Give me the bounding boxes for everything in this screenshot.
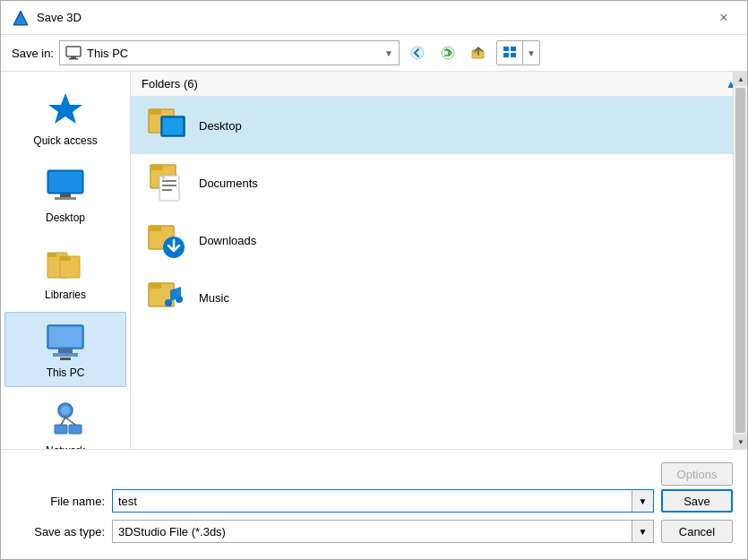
svg-line-32 <box>65 418 75 425</box>
svg-rect-48 <box>149 283 161 289</box>
title-bar: Save 3D × <box>1 1 747 35</box>
svg-rect-24 <box>58 349 73 353</box>
location-arrow-icon: ▼ <box>384 48 393 58</box>
title-left: Save 3D <box>12 9 82 27</box>
svg-marker-13 <box>48 93 82 124</box>
scrollbar-thumb[interactable] <box>735 88 745 433</box>
scrollbar-down-arrow[interactable]: ▼ <box>734 435 747 449</box>
file-name-label: File name: <box>15 495 105 508</box>
file-name-music: Music <box>199 291 229 305</box>
sidebar-quick-access-label: Quick access <box>33 134 97 147</box>
view-dropdown-arrow[interactable]: ▼ <box>522 41 539 65</box>
svg-rect-30 <box>69 425 82 434</box>
sidebar-item-quick-access[interactable]: Quick access <box>4 81 126 154</box>
svg-rect-11 <box>503 53 509 57</box>
svg-rect-34 <box>149 109 161 115</box>
back-icon <box>410 46 425 60</box>
svg-rect-38 <box>150 165 163 170</box>
view-mode-button[interactable] <box>497 41 522 65</box>
svg-rect-23 <box>49 327 82 347</box>
svg-rect-21 <box>60 256 71 261</box>
back-button[interactable] <box>405 40 430 65</box>
content-area: Folders (6) ▲ Desktop <box>131 72 747 449</box>
file-icon-documents <box>145 161 188 204</box>
svg-rect-10 <box>511 47 516 51</box>
svg-rect-17 <box>55 197 76 200</box>
save-in-label: Save in: <box>12 47 54 60</box>
file-item-downloads[interactable]: Downloads <box>131 211 747 269</box>
folders-label: Folders (6) <box>142 77 198 90</box>
save-dialog: Save 3D × Save in: This PC ▼ <box>0 0 748 560</box>
file-icon-downloads <box>145 219 188 262</box>
close-button[interactable]: × <box>711 5 736 30</box>
file-name-row: File name: ▼ Save <box>15 489 733 513</box>
file-item-music[interactable]: Music <box>131 269 747 326</box>
up-folder-icon <box>471 46 486 60</box>
location-text: This PC <box>87 47 128 60</box>
svg-rect-29 <box>55 425 67 434</box>
cancel-button[interactable]: Cancel <box>661 520 733 543</box>
sidebar-item-desktop[interactable]: Desktop <box>4 158 126 231</box>
file-name-input[interactable] <box>113 493 632 510</box>
save-type-value: 3DStudio File (*.3ds) <box>113 523 632 540</box>
file-item-desktop[interactable]: Desktop <box>131 97 747 154</box>
file-name-downloads: Downloads <box>199 234 256 247</box>
sidebar-desktop-label: Desktop <box>46 211 85 224</box>
svg-rect-9 <box>503 47 509 51</box>
svg-rect-19 <box>47 253 56 257</box>
svg-rect-45 <box>149 226 161 231</box>
svg-rect-25 <box>53 353 78 357</box>
bottom-area: Options File name: ▼ Save Save as type: … <box>1 449 747 559</box>
svg-point-5 <box>411 47 424 59</box>
sidebar-item-libraries[interactable]: Libraries <box>4 235 126 308</box>
libraries-icon <box>44 242 87 285</box>
svg-rect-16 <box>60 194 71 197</box>
sidebar-this-pc-label: This PC <box>47 366 85 379</box>
svg-point-50 <box>176 296 183 303</box>
file-name-input-wrapper: ▼ <box>112 489 654 513</box>
sidebar-libraries-label: Libraries <box>45 289 86 301</box>
up-folder-button[interactable] <box>466 40 491 65</box>
view-grid-icon <box>503 46 517 58</box>
scrollbar-up-arrow[interactable]: ▲ <box>734 72 747 86</box>
main-area: Quick access Desktop <box>1 72 747 449</box>
save-type-dropdown-btn[interactable]: ▼ <box>632 521 653 542</box>
svg-rect-39 <box>159 176 179 201</box>
forward-icon <box>441 46 455 60</box>
file-icon-desktop <box>145 104 188 147</box>
content-header: Folders (6) ▲ <box>131 72 747 97</box>
location-dropdown[interactable]: This PC ▼ <box>59 40 400 65</box>
svg-rect-26 <box>60 358 71 360</box>
svg-point-49 <box>165 299 172 306</box>
desktop-icon <box>44 165 87 208</box>
quick-access-icon <box>44 88 87 131</box>
forward-button[interactable] <box>435 40 460 65</box>
toolbar: Save in: This PC ▼ <box>1 35 747 72</box>
svg-point-28 <box>61 406 70 415</box>
save-as-label: Save as type: <box>15 525 105 538</box>
file-item-documents[interactable]: Documents <box>131 154 747 211</box>
svg-rect-4 <box>69 58 78 60</box>
dialog-title: Save 3D <box>37 11 82 24</box>
view-button[interactable]: ▼ <box>496 40 540 65</box>
network-icon <box>44 398 87 441</box>
save-type-select-wrapper: 3DStudio File (*.3ds) ▼ <box>112 520 654 543</box>
app-icon <box>12 9 30 27</box>
sidebar-item-this-pc[interactable]: This PC <box>4 312 126 387</box>
options-row: Options <box>15 459 733 489</box>
svg-rect-15 <box>49 172 82 192</box>
scrollbar[interactable]: ▲ ▼ <box>733 72 747 449</box>
svg-rect-12 <box>511 53 516 57</box>
file-name-dropdown-btn[interactable]: ▼ <box>632 490 653 512</box>
svg-line-31 <box>61 418 65 425</box>
options-button[interactable]: Options <box>661 462 733 486</box>
svg-rect-36 <box>163 118 183 134</box>
svg-rect-3 <box>71 56 76 58</box>
location-icon <box>65 46 82 60</box>
sidebar-item-network[interactable]: Network <box>4 391 126 449</box>
file-list: Desktop <box>131 97 747 449</box>
file-name-desktop: Desktop <box>199 119 242 133</box>
sidebar: Quick access Desktop <box>1 72 131 449</box>
svg-rect-2 <box>66 47 81 56</box>
save-button[interactable]: Save <box>661 489 733 513</box>
